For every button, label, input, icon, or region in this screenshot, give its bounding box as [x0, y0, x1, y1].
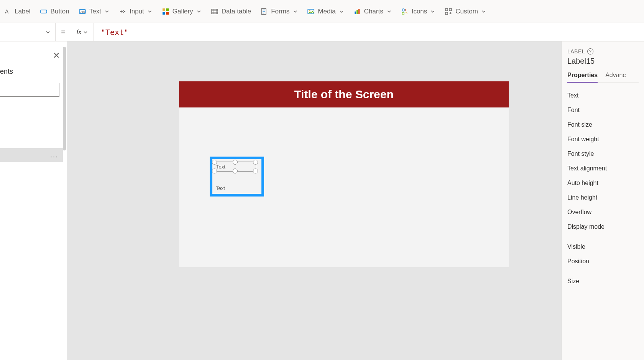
svg-rect-6	[163, 12, 165, 15]
panel-title-fragment: ents	[0, 68, 13, 76]
toolbar-label[interactable]: A Label	[4, 8, 31, 15]
label-text: Text	[216, 164, 225, 170]
selected-container[interactable]: Text Text	[210, 157, 264, 197]
svg-point-15	[402, 9, 404, 11]
toolbar-forms[interactable]: Forms	[260, 8, 298, 15]
toolbar-item-text: Charts	[364, 8, 383, 15]
fx-label: fx	[77, 29, 81, 36]
toolbar-datatable[interactable]: Data table	[211, 8, 251, 15]
prop-overflow[interactable]: Overflow	[567, 205, 639, 220]
toolbar-icons[interactable]: Icons	[401, 8, 436, 15]
toolbar-item-text: Custom	[455, 8, 478, 15]
svg-rect-7	[166, 12, 169, 15]
resize-handle[interactable]	[253, 160, 258, 165]
svg-rect-5	[166, 8, 169, 11]
resize-handle[interactable]	[212, 168, 217, 173]
toolbar-charts[interactable]: Charts	[353, 8, 392, 15]
toolbar-custom[interactable]: Custom	[445, 8, 486, 15]
canvas[interactable]: Title of the Screen Text Text	[67, 41, 562, 360]
chevron-down-icon	[147, 9, 153, 14]
resize-handle[interactable]	[212, 160, 217, 165]
button-icon	[40, 8, 48, 15]
label-control[interactable]: Text	[214, 183, 256, 193]
fx-button[interactable]: fx	[71, 23, 94, 41]
formula-bar: = fx	[0, 23, 644, 41]
svg-point-11	[309, 10, 310, 11]
toolbar-button[interactable]: Button	[40, 8, 69, 15]
prop-text-alignment[interactable]: Text alignment	[567, 161, 639, 176]
svg-text:Abc: Abc	[80, 10, 85, 13]
prop-auto-height[interactable]: Auto height	[567, 176, 639, 190]
svg-rect-19	[445, 12, 448, 15]
toolbar-text[interactable]: Abc Text	[79, 8, 110, 15]
text-icon: Abc	[79, 8, 86, 15]
property-dropdown[interactable]	[0, 23, 56, 41]
toolbar-item-text: Forms	[271, 8, 289, 15]
toolbar-item-text: Media	[318, 8, 335, 15]
help-icon[interactable]: ?	[587, 48, 593, 54]
chevron-down-icon	[83, 30, 88, 35]
tab-advanced[interactable]: Advanc	[605, 72, 626, 83]
insert-toolbar: A Label Button Abc Text Input Gallery Da…	[0, 0, 644, 23]
prop-visible[interactable]: Visible	[567, 239, 639, 254]
label-icon: A	[4, 8, 12, 15]
label-control-selected[interactable]: Text	[214, 162, 256, 172]
chevron-down-icon	[481, 9, 486, 14]
toolbar-item-text: Text	[89, 8, 101, 15]
more-icon[interactable]: ...	[50, 151, 58, 159]
input-icon	[119, 8, 127, 15]
media-icon	[307, 8, 315, 15]
forms-icon	[260, 8, 268, 15]
icons-icon	[401, 8, 409, 15]
properties-panel: LABEL ? Label15 Properties Advanc Text F…	[562, 41, 644, 360]
equals-sign: =	[56, 28, 71, 36]
chevron-down-icon	[430, 9, 435, 14]
toolbar-item-text: Button	[51, 8, 69, 15]
prop-font-size[interactable]: Font size	[567, 117, 639, 132]
search-input[interactable]	[0, 83, 59, 97]
toolbar-item-text: Data table	[222, 8, 251, 15]
panel-tabs: Properties Advanc	[567, 72, 639, 83]
toolbar-item-text: Icons	[412, 8, 427, 15]
prop-display-mode[interactable]: Display mode	[567, 220, 639, 234]
chevron-down-icon	[339, 9, 344, 14]
chevron-down-icon	[45, 30, 51, 35]
close-icon[interactable]: ✕	[53, 51, 60, 61]
resize-handle[interactable]	[253, 168, 258, 173]
table-icon	[211, 8, 219, 15]
toolbar-item-text: Label	[15, 8, 31, 15]
svg-rect-18	[449, 8, 452, 11]
svg-rect-4	[163, 8, 165, 11]
custom-icon	[445, 8, 452, 15]
chevron-down-icon	[196, 9, 202, 14]
screen-title-bar[interactable]: Title of the Screen	[179, 81, 509, 107]
svg-rect-16	[402, 12, 404, 14]
screen[interactable]: Title of the Screen Text Text	[179, 81, 509, 267]
chevron-down-icon	[292, 9, 298, 14]
svg-text:A: A	[5, 8, 9, 15]
charts-icon	[353, 8, 361, 15]
prop-font-style[interactable]: Font style	[567, 147, 639, 161]
resize-handle[interactable]	[233, 168, 238, 173]
prop-size[interactable]: Size	[567, 274, 639, 289]
prop-font[interactable]: Font	[567, 103, 639, 117]
prop-line-height[interactable]: Line height	[567, 190, 639, 205]
scrollbar[interactable]	[63, 47, 66, 150]
properties-list: Text Font Font size Font weight Font sty…	[567, 88, 639, 289]
tab-properties[interactable]: Properties	[567, 72, 598, 83]
svg-rect-12	[355, 12, 356, 14]
chevron-down-icon	[386, 9, 392, 14]
selected-tree-item[interactable]: ...	[0, 148, 63, 162]
resize-handle[interactable]	[233, 160, 238, 165]
toolbar-input[interactable]: Input	[119, 8, 153, 15]
control-name[interactable]: Label15	[567, 57, 639, 66]
prop-font-weight[interactable]: Font weight	[567, 132, 639, 147]
toolbar-media[interactable]: Media	[307, 8, 344, 15]
toolbar-gallery[interactable]: Gallery	[162, 8, 202, 15]
formula-input[interactable]	[94, 23, 644, 41]
chevron-down-icon	[104, 9, 110, 14]
prop-position[interactable]: Position	[567, 254, 639, 269]
svg-rect-14	[358, 9, 360, 14]
svg-rect-17	[445, 8, 448, 11]
prop-text[interactable]: Text	[567, 88, 639, 103]
